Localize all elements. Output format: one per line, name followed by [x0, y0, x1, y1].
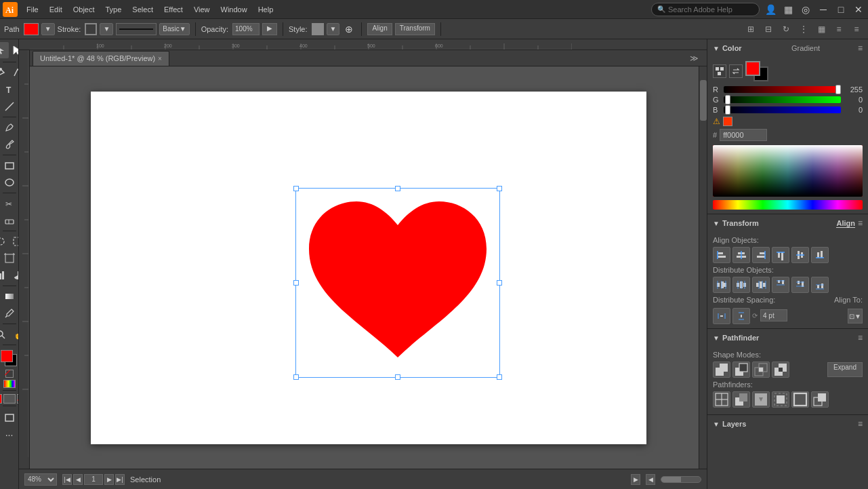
transform-icon-btn[interactable]: ↻ — [779, 22, 793, 37]
stroke-dropdown[interactable]: ▼ — [100, 23, 113, 35]
layers-panel-header[interactable]: ▼ Layers ≡ — [707, 415, 868, 433]
progress-bar[interactable] — [661, 476, 701, 483]
stroke-preview[interactable] — [116, 23, 157, 35]
align-center-h-btn[interactable] — [732, 247, 750, 263]
pie-chart-tool[interactable] — [9, 267, 19, 283]
crop-btn[interactable] — [772, 391, 789, 408]
g-slider-track[interactable] — [724, 96, 841, 103]
align-to-btn[interactable]: ⊡▼ — [848, 309, 863, 324]
merge-btn[interactable] — [752, 391, 770, 408]
opacity-input[interactable] — [232, 23, 260, 35]
panel-collapse-btn[interactable]: ≫ — [686, 51, 701, 66]
minus-front-btn[interactable] — [732, 361, 750, 378]
selection-tool[interactable] — [0, 42, 9, 58]
b-slider-track[interactable] — [724, 106, 841, 113]
line-tool[interactable] — [1, 98, 18, 115]
r-slider-track[interactable] — [724, 86, 841, 93]
stroke-color-box[interactable] — [85, 23, 97, 35]
pen-add-tool[interactable]: + — [9, 64, 19, 81]
align-btn[interactable]: Align — [367, 23, 392, 35]
magic-wand-tool[interactable] — [9, 233, 19, 250]
align-right-icon-btn[interactable]: ≡ — [831, 22, 846, 37]
menu-file[interactable]: File — [22, 4, 43, 15]
dist-center-v-btn[interactable] — [791, 277, 809, 293]
dist-center-h-btn[interactable] — [732, 277, 750, 293]
type-tool[interactable]: T — [1, 81, 18, 98]
minimize-icon[interactable]: ─ — [817, 3, 830, 16]
color-panel-header[interactable]: ▼ Color Gradient ≡ — [707, 39, 868, 57]
outline-btn[interactable] — [791, 391, 809, 408]
divide-btn[interactable] — [713, 391, 730, 408]
dist-top-btn[interactable] — [772, 277, 789, 293]
rectangle-tool[interactable] — [1, 157, 18, 174]
menu-type[interactable]: Type — [101, 4, 127, 15]
hex-input[interactable] — [720, 129, 767, 141]
artboard-tool[interactable] — [1, 250, 18, 267]
scissors-tool[interactable]: ✂ — [1, 195, 18, 212]
first-page-btn[interactable]: |◀ — [62, 474, 72, 485]
zoom-tool[interactable] — [0, 326, 9, 343]
hand-tool[interactable]: ☝ — [9, 326, 19, 343]
gamut-box[interactable] — [723, 117, 732, 126]
dist-spacing-v-btn[interactable] — [732, 308, 750, 324]
eraser-tool[interactable] — [1, 212, 18, 229]
screen-mode-btn[interactable] — [1, 410, 18, 426]
backward-btn[interactable]: ◀ — [646, 474, 655, 485]
color-spectrum[interactable] — [713, 145, 863, 197]
fill-swatch[interactable] — [1, 350, 13, 362]
color-panel-menu[interactable]: ≡ — [858, 43, 863, 53]
menu-extra-btn[interactable]: ≡ — [849, 22, 864, 37]
dist-right-btn[interactable] — [752, 277, 770, 293]
next-page-btn[interactable]: ▶ — [104, 474, 114, 485]
dist-bottom-btn[interactable] — [811, 277, 829, 293]
style-icon[interactable]: ⊕ — [342, 22, 356, 36]
g-slider-thumb[interactable] — [725, 95, 730, 104]
r-slider-thumb[interactable] — [835, 85, 841, 94]
minus-back-btn[interactable] — [811, 391, 829, 408]
expand-btn[interactable]: Expand — [827, 362, 863, 377]
align-to-dropdown[interactable]: ⊡▼ — [848, 309, 863, 324]
document-tab-close[interactable]: × — [158, 55, 162, 62]
menu-edit[interactable]: Edit — [45, 4, 67, 15]
pencil-tool[interactable] — [1, 119, 18, 136]
ellipse-tool[interactable] — [1, 174, 18, 191]
trim-btn[interactable] — [732, 391, 750, 408]
style-preview[interactable] — [312, 23, 324, 35]
swap-colors-btn[interactable] — [729, 64, 743, 78]
zoom-select[interactable]: 48% 100% 200% — [24, 473, 57, 486]
fill-color-box[interactable] — [24, 23, 39, 35]
fill-dropdown[interactable]: ▼ — [41, 23, 55, 35]
hue-bar[interactable] — [713, 200, 863, 210]
align-left-btn[interactable] — [713, 247, 730, 263]
menu-help[interactable]: Help — [253, 4, 278, 15]
panels-toggle-btn[interactable]: ▦ — [814, 22, 829, 37]
play-btn[interactable]: ▶ — [631, 474, 640, 485]
pen-tool[interactable] — [0, 64, 9, 81]
page-input[interactable] — [84, 474, 103, 485]
discover-icon[interactable]: ◎ — [799, 3, 812, 16]
menu-select[interactable]: Select — [127, 4, 158, 15]
direct-selection-tool[interactable] — [9, 42, 19, 58]
arrange-icon[interactable]: ⊞ — [743, 22, 758, 37]
exclude-btn[interactable] — [772, 361, 789, 378]
stroke-weight-dropdown[interactable]: Basic ▼ — [159, 23, 189, 35]
scroll-thumb-v[interactable] — [700, 80, 707, 121]
gradient-fill-mode[interactable] — [3, 394, 16, 404]
style-dropdown[interactable]: ▼ — [327, 23, 340, 35]
align-icon-btn[interactable]: ⊟ — [761, 22, 776, 37]
dist-left-btn[interactable] — [713, 277, 730, 293]
prev-page-btn[interactable]: ◀ — [73, 474, 83, 485]
spacing-value-input[interactable] — [760, 309, 787, 321]
color-fill-mode[interactable] — [0, 394, 2, 404]
scrollbar-v[interactable] — [699, 66, 707, 469]
color-model-rgb-btn[interactable] — [713, 64, 726, 78]
user-icon[interactable]: 👤 — [764, 3, 777, 16]
pathfinder-panel-header[interactable]: ▼ Pathfinder ≡ — [707, 329, 868, 347]
transform-btn[interactable]: Transform — [395, 23, 435, 35]
gradient-swatch[interactable] — [3, 380, 16, 388]
align-panel-menu[interactable]: ≡ — [858, 218, 863, 228]
menu-window[interactable]: Window — [216, 4, 252, 15]
menu-effect[interactable]: Effect — [159, 4, 188, 15]
align-top-btn[interactable] — [772, 247, 789, 263]
last-page-btn[interactable]: ▶| — [115, 474, 125, 485]
